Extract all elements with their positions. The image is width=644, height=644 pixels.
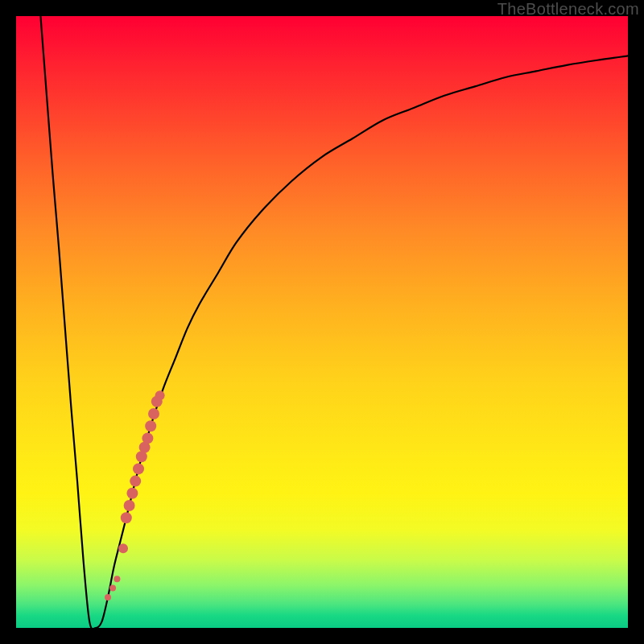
overlay-point bbox=[121, 512, 132, 523]
watermark-text: TheBottleneck.com bbox=[497, 0, 639, 19]
overlay-point bbox=[133, 463, 144, 474]
overlay-point bbox=[130, 476, 141, 487]
bottleneck-curve bbox=[16, 16, 628, 628]
overlay-point bbox=[114, 576, 120, 582]
overlay-point bbox=[148, 408, 159, 419]
overlay-point bbox=[124, 500, 135, 511]
plot-area bbox=[16, 16, 628, 628]
chart-frame: TheBottleneck.com bbox=[0, 0, 644, 644]
overlay-point bbox=[118, 543, 128, 553]
overlay-point bbox=[109, 585, 116, 592]
overlay-point bbox=[145, 420, 156, 431]
overlay-point bbox=[105, 594, 111, 601]
overlay-point bbox=[155, 390, 165, 400]
curve-line bbox=[40, 16, 628, 628]
overlay-point bbox=[142, 432, 153, 444]
overlay-point bbox=[126, 488, 138, 499]
